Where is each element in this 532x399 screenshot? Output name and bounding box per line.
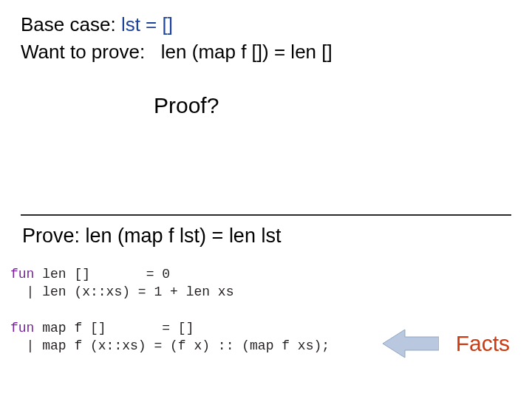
svg-marker-0 — [383, 330, 439, 358]
base-case-line: Base case: lst = [] — [21, 13, 511, 36]
map-def-line2: | map f (x::xs) = (f x) :: (map f xs); — [10, 338, 330, 353]
prove-line: Prove: len (map f lst) = len lst — [22, 225, 511, 248]
base-case-eq: lst = [] — [121, 13, 173, 35]
keyword-fun: fun — [10, 321, 34, 335]
want-to-prove-line: Want to prove: len (map f []) = len [] — [21, 41, 511, 64]
slide: Base case: lst = [] Want to prove: len (… — [0, 0, 532, 399]
map-def-line1: map f [] = [] — [34, 321, 194, 335]
want-label: Want to prove: — [21, 41, 145, 63]
facts-label: Facts — [456, 331, 510, 356]
proof-heading: Proof? — [154, 93, 511, 118]
want-eq: len (map f []) = len [] — [161, 41, 332, 63]
prove-label: Prove: — [22, 225, 80, 247]
len-def-line1: len [] = 0 — [34, 267, 170, 282]
keyword-fun: fun — [10, 267, 34, 282]
base-case-label: Base case: — [21, 13, 116, 35]
prove-eq: len (map f lst) = len lst — [86, 225, 282, 247]
divider — [21, 214, 511, 216]
len-def-line2: | len (x::xs) = 1 + len xs — [10, 284, 233, 299]
arrow-left-icon — [383, 328, 439, 359]
